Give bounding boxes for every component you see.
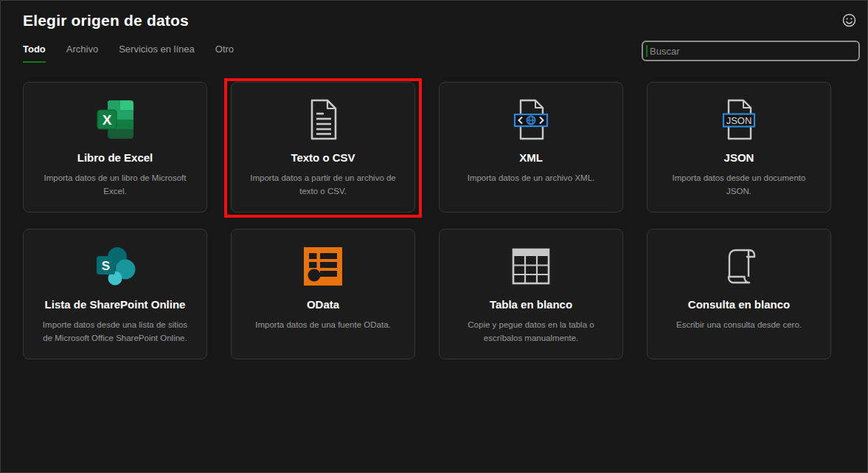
- json-document-icon: JSON: [721, 97, 757, 142]
- source-name: JSON: [724, 151, 754, 164]
- cell-odata: OData Importa datos de una fuente OData.: [231, 229, 415, 359]
- cell-excel: X Libro de Excel Importa datos de un lib…: [23, 82, 207, 213]
- source-name: Texto o CSV: [291, 151, 355, 164]
- svg-text:X: X: [103, 112, 112, 128]
- source-card-text-csv[interactable]: Texto o CSV Importa datos a partir de un…: [231, 82, 415, 213]
- source-description: Importe datos desde una lista de sitios …: [24, 319, 206, 345]
- cell-blank-query: Consulta en blanco Escribir una consulta…: [647, 229, 831, 359]
- page-title: Elegir origen de datos: [23, 12, 189, 30]
- source-description: Importa datos a partir de un archivo de …: [232, 172, 414, 198]
- blank-table-icon: [511, 244, 551, 289]
- choose-data-source-dialog: Elegir origen de datos Todo Archivo Serv…: [0, 0, 868, 473]
- source-card-xml[interactable]: XML Importa datos de un archivo XML.: [439, 82, 623, 213]
- blank-query-scroll-icon: [719, 244, 759, 289]
- cell-xml: XML Importa datos de un archivo XML.: [439, 82, 623, 213]
- category-tabs: Todo Archivo Servicios en línea Otro: [23, 44, 234, 63]
- source-card-blank-query[interactable]: Consulta en blanco Escribir una consulta…: [647, 229, 831, 359]
- source-name: Consulta en blanco: [688, 298, 790, 311]
- source-name: Tabla en blanco: [490, 298, 572, 311]
- smiley-face-icon: [842, 18, 856, 30]
- tab-todo[interactable]: Todo: [23, 44, 46, 63]
- source-card-sharepoint[interactable]: S Lista de SharePoint Online Importe dat…: [23, 229, 207, 359]
- feedback-smiley-button[interactable]: [841, 12, 858, 31]
- xml-document-icon: [513, 97, 549, 142]
- cell-text-csv: Texto o CSV Importa datos a partir de un…: [231, 82, 415, 213]
- excel-icon: X: [95, 97, 135, 142]
- tab-otro[interactable]: Otro: [215, 44, 234, 63]
- search-input[interactable]: [643, 42, 858, 60]
- cell-json: JSON JSON Importa datos desde un documen…: [647, 82, 831, 213]
- source-description: Escribir una consulta desde cero.: [663, 319, 815, 332]
- toolbar: Todo Archivo Servicios en línea Otro: [1, 41, 867, 63]
- source-card-blank-table[interactable]: Tabla en blanco Copie y pegue datos en l…: [439, 229, 623, 359]
- search-box: [642, 41, 860, 61]
- tab-servicios-en-linea[interactable]: Servicios en línea: [119, 44, 195, 63]
- source-description: Importa datos de una fuente OData.: [242, 319, 403, 332]
- source-card-odata[interactable]: OData Importa datos de una fuente OData.: [231, 229, 415, 359]
- dialog-header: Elegir origen de datos: [1, 1, 867, 31]
- odata-icon: [304, 244, 342, 289]
- source-card-json[interactable]: JSON JSON Importa datos desde un documen…: [647, 82, 831, 213]
- source-card-excel[interactable]: X Libro de Excel Importa datos de un lib…: [23, 82, 207, 213]
- tab-archivo[interactable]: Archivo: [66, 44, 98, 63]
- source-name: Lista de SharePoint Online: [45, 298, 186, 311]
- sharepoint-icon: S: [94, 244, 136, 289]
- text-csv-document-icon: [305, 97, 341, 142]
- source-description: Importa datos de un libro de Microsoft E…: [24, 172, 206, 198]
- data-source-grid: X Libro de Excel Importa datos de un lib…: [23, 82, 831, 359]
- source-description: Importa datos desde un documento JSON.: [647, 172, 830, 198]
- source-description: Importa datos de un archivo XML.: [454, 172, 608, 185]
- cell-sharepoint: S Lista de SharePoint Online Importe dat…: [23, 229, 207, 359]
- svg-text:S: S: [102, 259, 110, 273]
- source-name: XML: [519, 151, 543, 164]
- source-name: Libro de Excel: [77, 151, 153, 164]
- svg-text:JSON: JSON: [726, 115, 752, 126]
- text-cursor: [646, 45, 647, 57]
- cell-blank-table: Tabla en blanco Copie y pegue datos en l…: [439, 229, 623, 359]
- source-name: OData: [307, 298, 339, 311]
- source-description: Copie y pegue datos en la tabla o escríb…: [440, 319, 622, 345]
